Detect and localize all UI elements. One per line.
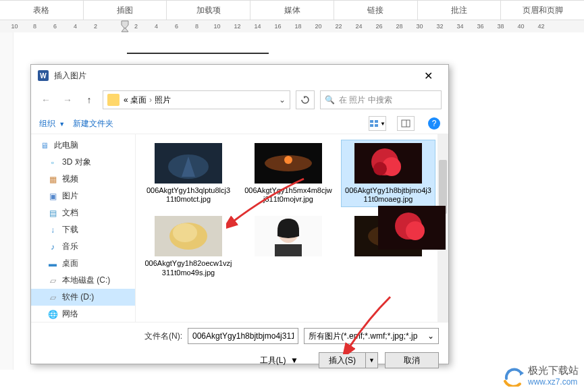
breadcrumb-sep: › [149, 95, 152, 105]
sidebar-item-documents[interactable]: ▤文档 [31, 204, 135, 221]
svg-rect-5 [370, 124, 373, 127]
sidebar-item-music[interactable]: ♪音乐 [31, 238, 135, 255]
search-placeholder: 在 照片 中搜索 [339, 94, 392, 106]
sidebar-label: 3D 对象 [62, 157, 91, 168]
nav-up-icon[interactable]: ↑ [81, 92, 97, 108]
address-bar[interactable]: « 桌面 › 照片 ⌄ [103, 90, 290, 109]
tools-button[interactable]: 工具(L) ▼ [260, 355, 298, 366]
pc-icon: 🖥 [39, 140, 50, 151]
sidebar-label: 音乐 [62, 241, 78, 252]
toolbar-row: 组织 ▼ 新建文件夹 ▼ ? [31, 113, 448, 134]
sidebar-item-network[interactable]: 🌐网络 [31, 306, 135, 322]
filename-label: 文件名(N): [144, 331, 182, 342]
preview-pane-button[interactable] [397, 116, 415, 131]
svg-point-28 [406, 221, 425, 240]
insert-button[interactable]: 插入(S) [319, 352, 366, 368]
breadcrumb-part1[interactable]: « 桌面 [124, 94, 147, 106]
breadcrumb-part2[interactable]: 照片 [155, 94, 171, 106]
disk-icon: ▱ [47, 292, 58, 303]
view-mode-button[interactable]: ▼ [369, 116, 386, 131]
svg-marker-1 [122, 28, 128, 32]
svg-rect-4 [375, 120, 378, 123]
svg-rect-6 [375, 124, 378, 127]
folder-icon [107, 94, 120, 106]
thumbnail [255, 216, 322, 256]
sidebar-item-desktop[interactable]: ▬桌面 [31, 255, 135, 272]
watermark-name: 极光下载站 [528, 364, 579, 377]
sidebar-label: 网络 [62, 308, 78, 320]
music-icon: ♪ [47, 242, 58, 252]
watermark: 极光下载站 www.xz7.com [502, 364, 579, 387]
svg-rect-23 [275, 244, 302, 256]
sidebar-label: 本地磁盘 (C:) [62, 275, 110, 286]
ruler: 1086422468101214161820222426283032343638… [0, 20, 584, 32]
file-item[interactable]: 006AkgtYgy1h3qlptu8lcj311t0motct.jpg [141, 140, 236, 207]
sidebar-item-downloads[interactable]: ↓下载 [31, 221, 135, 238]
insert-button-group: 插入(S) ▼ [319, 352, 378, 368]
word-icon: W [38, 70, 49, 81]
filename-row: 文件名(N): 所有图片(*.emf;*.wmf;*.jpg;*.jp⌄ [31, 323, 448, 349]
network-icon: 🌐 [47, 309, 58, 320]
file-item-selected[interactable]: 006AkgtYgy1h8bjtbjmo4j311t0moaeg.jpg [341, 140, 435, 207]
refresh-button[interactable] [296, 90, 315, 109]
text-underline [127, 53, 269, 54]
svg-rect-7 [402, 120, 410, 127]
new-folder-button[interactable]: 新建文件夹 [73, 118, 113, 130]
sidebar-label: 桌面 [62, 258, 78, 269]
file-name: 006AkgtYgy1h5mx4m8cjwj311t0mojvr.jpg [244, 186, 332, 204]
sidebar-item-disk-c[interactable]: ▱本地磁盘 (C:) [31, 272, 135, 289]
file-name: 006AkgtYgy1h3qlptu8lcj311t0motct.jpg [144, 186, 232, 204]
thumbnail [255, 143, 322, 184]
thumbnail [155, 143, 222, 184]
thumbnail [155, 216, 222, 256]
sidebar-item-thispc[interactable]: 🖥此电脑 [31, 137, 135, 154]
filename-input[interactable] [188, 328, 298, 344]
ribbon-tab-headerfooter[interactable]: 页眉和页脚 [500, 1, 584, 20]
ribbon-tab-insert[interactable]: 插图 [83, 1, 167, 20]
refresh-icon [300, 95, 310, 105]
file-item[interactable]: 006AkgtYgy1h82oecw1vzj311t0mo49s.jpg [141, 213, 236, 280]
file-item[interactable] [241, 213, 336, 280]
svg-marker-29 [520, 370, 524, 376]
ribbon-tab-table[interactable]: 表格 [0, 1, 83, 20]
sidebar-label: 软件 (D:) [62, 291, 94, 303]
button-row: 工具(L) ▼ 插入(S) ▼ 取消 [31, 349, 448, 375]
address-dropdown-icon[interactable]: ⌄ [279, 95, 286, 105]
sidebar-label: 图片 [62, 190, 78, 202]
file-item[interactable]: 006AkgtYgy1h5mx4m8cjwj311t0mojvr.jpg [241, 140, 336, 207]
preview-thumbnail [378, 206, 446, 250]
picture-icon: ▣ [47, 191, 58, 202]
ribbon-tab-comments[interactable]: 批注 [417, 1, 501, 20]
cube-icon: ▫ [47, 157, 58, 168]
sidebar-item-video[interactable]: ▦视频 [31, 171, 135, 188]
svg-point-13 [284, 156, 292, 164]
left-margin [0, 32, 14, 370]
cancel-button[interactable]: 取消 [385, 352, 439, 368]
disk-icon: ▱ [47, 275, 58, 286]
desktop-icon: ▬ [47, 258, 58, 269]
sidebar-label: 此电脑 [54, 140, 78, 151]
sidebar-item-3d[interactable]: ▫3D 对象 [31, 154, 135, 171]
video-icon: ▦ [47, 174, 58, 185]
ribbon-tab-addins[interactable]: 加载项 [166, 1, 250, 20]
download-icon: ↓ [47, 225, 58, 235]
organize-button[interactable]: 组织 ▼ [39, 118, 65, 130]
file-name: 006AkgtYgy1h8bjtbjmo4j311t0moaeg.jpg [344, 186, 432, 204]
insert-dropdown[interactable]: ▼ [366, 352, 378, 368]
dialog-titlebar: W 插入图片 ✕ [31, 65, 448, 86]
sidebar-label: 文档 [62, 207, 78, 219]
indent-marker-icon[interactable] [120, 20, 130, 33]
sidebar-label: 下载 [62, 224, 78, 235]
ribbon-tab-links[interactable]: 链接 [334, 1, 417, 20]
sidebar-item-disk-d[interactable]: ▱软件 (D:) [31, 289, 135, 306]
file-filter-select[interactable]: 所有图片(*.emf;*.wmf;*.jpg;*.jp⌄ [304, 328, 439, 344]
help-button[interactable]: ? [428, 117, 440, 130]
close-button[interactable]: ✕ [415, 66, 442, 85]
nav-back-icon[interactable]: ← [38, 92, 54, 108]
sidebar-item-pictures[interactable]: ▣图片 [31, 188, 135, 204]
ribbon-tab-media[interactable]: 媒体 [250, 1, 334, 20]
svg-point-20 [173, 223, 197, 242]
ribbon-tabs: 表格 插图 加载项 媒体 链接 批注 页眉和页脚 [0, 0, 584, 20]
nav-forward-icon[interactable]: → [59, 92, 76, 108]
search-input[interactable]: 🔍 在 照片 中搜索 [320, 90, 442, 109]
